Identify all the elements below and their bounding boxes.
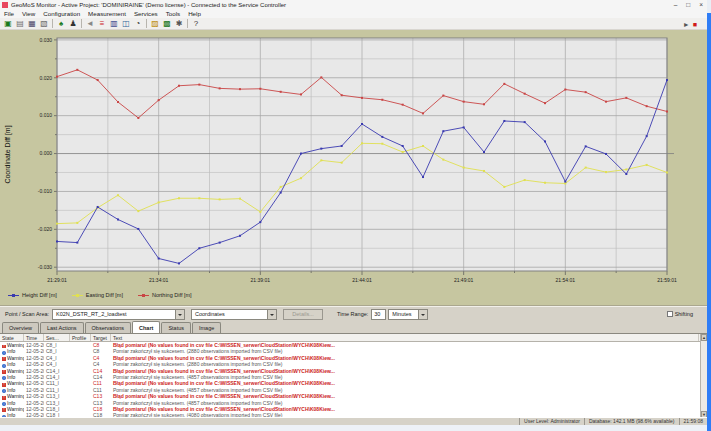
- menu-help[interactable]: Help: [184, 9, 205, 18]
- user-level-status: User Level: Administrator: [519, 418, 584, 425]
- menu-services[interactable]: Services: [130, 9, 162, 18]
- column-header-profile[interactable]: Profile: [70, 334, 91, 341]
- copy-icon[interactable]: ▤: [14, 18, 26, 29]
- sensor-icon[interactable]: ♠: [55, 18, 67, 29]
- chevron-down-icon[interactable]: [267, 310, 276, 319]
- svg-text:21:29:01: 21:29:01: [47, 277, 67, 283]
- status-bar: User Level: Administrator Database: 142.…: [0, 417, 707, 425]
- chart-icon[interactable]: ◫: [120, 18, 132, 29]
- export-icon[interactable]: ▩: [161, 18, 173, 29]
- shifting-checkbox[interactable]: [667, 311, 673, 317]
- svg-text:0.000: 0.000: [39, 150, 52, 156]
- menu-file[interactable]: File: [0, 9, 18, 18]
- desktop-edge-strip: [707, 13, 711, 431]
- app-window: GeoMoS Monitor - Active Project: 'DOMINI…: [0, 0, 707, 425]
- column-header-time[interactable]: Time: [24, 334, 44, 341]
- svg-text:Coordinate Diff [m]: Coordinate Diff [m]: [4, 125, 12, 183]
- stop-icon[interactable]: ■: [693, 21, 697, 28]
- svg-text:-0.020: -0.020: [38, 226, 52, 232]
- minimize-button[interactable]: –: [674, 0, 678, 9]
- column-header-state[interactable]: State: [0, 334, 24, 341]
- tools-icon[interactable]: ✱: [173, 18, 185, 29]
- menu-view[interactable]: View: [18, 9, 39, 18]
- palette-icon[interactable]: ▨: [149, 18, 161, 29]
- column-header-ses[interactable]: Ses...: [44, 334, 70, 341]
- monitor-icon[interactable]: ▥: [108, 18, 120, 29]
- legend-label: Easting Diff [m]: [86, 292, 123, 298]
- toolbar-separator: [52, 19, 53, 28]
- svg-text:21:34:01: 21:34:01: [149, 277, 169, 283]
- point-scan-combobox[interactable]: K02N_DSTR_RT_2_loadtest: [52, 309, 185, 320]
- database-status: Database: 142.1 MB (98.6% available): [584, 418, 679, 425]
- app-icon: [2, 2, 8, 8]
- clock-icon[interactable]: ◔: [132, 18, 144, 29]
- run-icon[interactable]: ►: [683, 21, 690, 28]
- maximize-button[interactable]: □: [686, 0, 690, 9]
- tab-chart[interactable]: Chart: [132, 321, 160, 333]
- close-button[interactable]: ×: [699, 0, 703, 9]
- menu-tools[interactable]: Tools: [162, 9, 184, 18]
- column-header-text[interactable]: Text: [111, 334, 699, 341]
- point-icon[interactable]: ♟: [67, 18, 79, 29]
- details-button[interactable]: Details...: [283, 309, 323, 320]
- toolbar: ▣▤▦▧♠♟◄≡▥◫◔▨▩✱? ► ■: [0, 18, 707, 30]
- tab-last-actions[interactable]: Last Actions: [40, 322, 84, 333]
- table-scrollbar[interactable]: ▲ ▼: [700, 334, 707, 417]
- view-type-combobox[interactable]: Coordinates: [191, 309, 277, 320]
- time-unit-combobox[interactable]: Minutes: [388, 309, 428, 320]
- status-empty-segment: [0, 418, 519, 425]
- preview-icon[interactable]: ▧: [38, 18, 50, 29]
- column-header-target[interactable]: Target: [91, 334, 111, 341]
- chart-panel: 0.0300.0200.0100.000-0.010-0.020-0.03021…: [0, 30, 707, 306]
- coordinate-diff-chart: 0.0300.0200.0100.000-0.010-0.020-0.03021…: [0, 30, 707, 288]
- point-scan-value: K02N_DSTR_RT_2_loadtest: [56, 311, 127, 317]
- title-bar: GeoMoS Monitor - Active Project: 'DOMINI…: [0, 0, 707, 9]
- legend-label: Height Diff [m]: [22, 292, 57, 298]
- svg-text:0.010: 0.010: [39, 112, 52, 118]
- svg-text:-0.030: -0.030: [38, 264, 52, 270]
- flag-icon[interactable]: ◄: [84, 18, 96, 29]
- clock-status: 21:59:08: [679, 418, 707, 425]
- time-range-input[interactable]: 30: [371, 309, 386, 320]
- help-key-icon[interactable]: ?: [190, 18, 202, 29]
- print-icon[interactable]: ▦: [26, 18, 38, 29]
- tab-status[interactable]: Status: [161, 322, 191, 333]
- legend-item: Northing Diff [m]: [138, 292, 192, 298]
- tab-overview[interactable]: Overview: [2, 322, 39, 333]
- time-range-label: Time Range:: [337, 311, 368, 317]
- table-body: !Warning12-05-20...C8_IC8Błąd pomiaru! (…: [0, 342, 707, 417]
- window-title: GeoMoS Monitor - Active Project: 'DOMINI…: [11, 2, 286, 8]
- legend-item: Height Diff [m]: [8, 292, 57, 298]
- menu-configuration[interactable]: Configuration: [39, 9, 84, 18]
- tab-image[interactable]: Image: [192, 322, 221, 333]
- svg-text:0.030: 0.030: [39, 37, 52, 43]
- toolbar-separator: [187, 19, 188, 28]
- tab-bar: OverviewLast ActionsObservationsChartSta…: [2, 321, 705, 333]
- svg-text:21:39:01: 21:39:01: [251, 277, 271, 283]
- table-header: StateTimeSes...ProfileTargetText: [0, 334, 707, 342]
- view-type-value: Coordinates: [195, 311, 225, 317]
- menu-measurement[interactable]: Measurement: [84, 9, 130, 18]
- limits-icon[interactable]: ≡: [96, 18, 108, 29]
- point-scan-label: Point / Scan Area:: [5, 311, 49, 317]
- legend-label: Northing Diff [m]: [152, 292, 192, 298]
- chart-legend: Height Diff [m]Easting Diff [m]Northing …: [8, 292, 192, 298]
- svg-text:21:44:01: 21:44:01: [352, 277, 372, 283]
- svg-text:0.020: 0.020: [39, 75, 52, 81]
- legend-item: Easting Diff [m]: [72, 292, 123, 298]
- desktop-bottom-strip: [0, 425, 711, 431]
- event-log-table: StateTimeSes...ProfileTargetText !Warnin…: [0, 333, 707, 417]
- svg-text:21:54:01: 21:54:01: [556, 277, 576, 283]
- new-project-icon[interactable]: ▣: [2, 18, 14, 29]
- legend-marker-icon: [138, 293, 149, 298]
- svg-text:21:59:01: 21:59:01: [657, 277, 677, 283]
- tab-observations[interactable]: Observations: [85, 322, 131, 333]
- legend-marker-icon: [8, 293, 19, 298]
- toolbar-separator: [81, 19, 82, 28]
- legend-marker-icon: [72, 293, 83, 298]
- shifting-label: Shifting: [675, 311, 693, 317]
- chevron-down-icon[interactable]: [418, 310, 427, 319]
- toolbar-separator: [146, 19, 147, 28]
- menu-bar: FileViewConfigurationMeasurementServices…: [0, 9, 707, 18]
- chevron-down-icon[interactable]: [175, 310, 184, 319]
